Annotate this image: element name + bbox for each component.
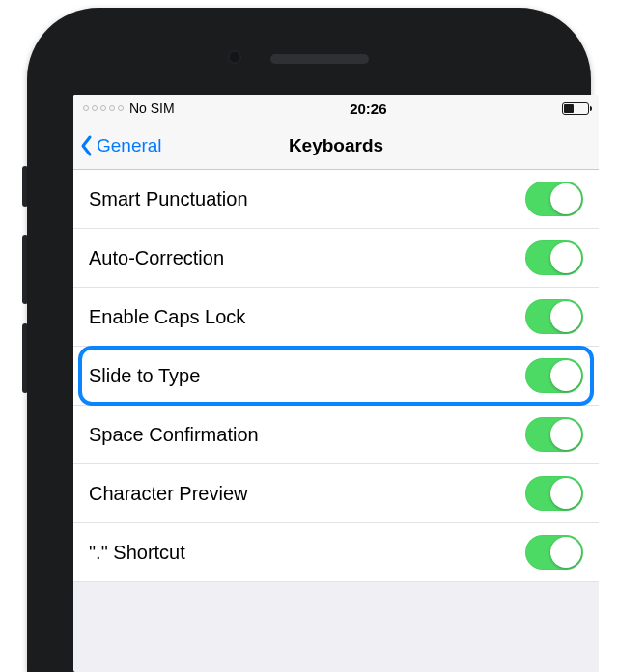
row-label: Smart Punctuation: [89, 188, 248, 210]
toggle-auto-correction[interactable]: [525, 240, 583, 275]
row-label: Character Preview: [89, 483, 248, 505]
chevron-left-icon: [79, 134, 93, 157]
toggle-enable-caps-lock[interactable]: [525, 299, 583, 334]
phone-frame: No SIM 20:26 General Keyboards Smart Pun…: [27, 8, 591, 672]
carrier-label: No SIM: [129, 100, 175, 116]
signal-dots-icon: [83, 105, 124, 111]
row-label: Auto-Correction: [89, 247, 224, 269]
row-enable-caps-lock: Enable Caps Lock: [73, 288, 599, 347]
row-slide-to-type: Slide to Type: [73, 347, 599, 406]
nav-bar: General Keyboards: [73, 122, 599, 170]
row-smart-punctuation: Smart Punctuation: [73, 170, 599, 229]
row-label: Slide to Type: [89, 365, 200, 387]
row-label: "." Shortcut: [89, 542, 185, 564]
row-space-confirmation: Space Confirmation: [73, 406, 599, 464]
phone-screen: No SIM 20:26 General Keyboards Smart Pun…: [73, 95, 599, 672]
row-label: Space Confirmation: [89, 424, 259, 446]
back-label: General: [97, 135, 162, 156]
toggle-period-shortcut[interactable]: [525, 535, 583, 570]
toggle-smart-punctuation[interactable]: [525, 182, 583, 216]
status-left: No SIM: [83, 100, 175, 116]
status-bar: No SIM 20:26: [73, 95, 599, 122]
row-label: Enable Caps Lock: [89, 306, 245, 328]
page-title: Keyboards: [289, 135, 383, 156]
row-auto-correction: Auto-Correction: [73, 229, 599, 288]
toggle-character-preview[interactable]: [525, 476, 583, 511]
phone-camera: [228, 50, 241, 64]
battery-icon: [562, 102, 589, 115]
status-time: 20:26: [350, 100, 386, 117]
phone-speaker: [270, 54, 369, 64]
back-button[interactable]: General: [79, 122, 162, 169]
toggle-space-confirmation[interactable]: [525, 417, 583, 452]
settings-list: Smart Punctuation Auto-Correction Enable…: [73, 170, 599, 582]
row-character-preview: Character Preview: [73, 464, 599, 523]
row-period-shortcut: "." Shortcut: [73, 523, 599, 582]
toggle-slide-to-type[interactable]: [525, 358, 583, 393]
